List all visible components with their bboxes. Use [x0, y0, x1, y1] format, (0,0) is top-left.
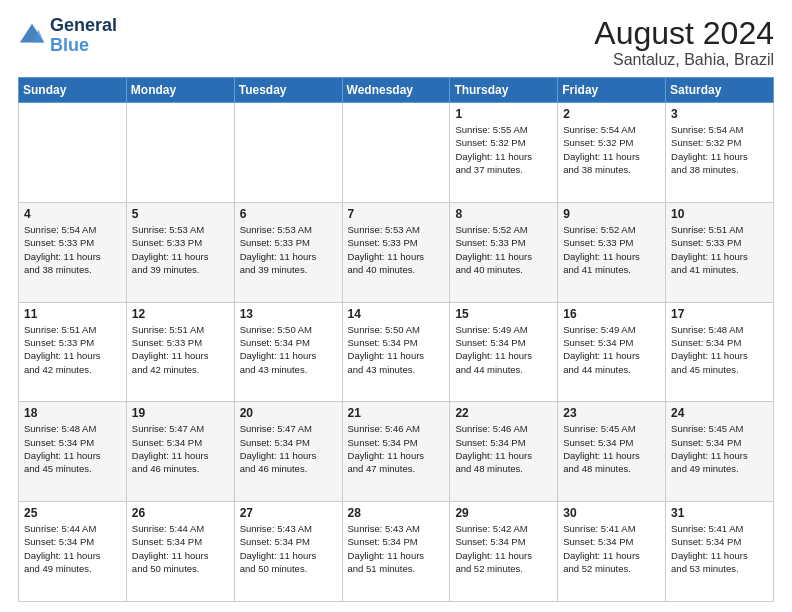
day-info: Sunrise: 5:46 AM Sunset: 5:34 PM Dayligh…	[455, 422, 552, 475]
subtitle: Santaluz, Bahia, Brazil	[594, 51, 774, 69]
day-info: Sunrise: 5:55 AM Sunset: 5:32 PM Dayligh…	[455, 123, 552, 176]
day-number: 16	[563, 307, 660, 321]
day-number: 15	[455, 307, 552, 321]
day-info: Sunrise: 5:47 AM Sunset: 5:34 PM Dayligh…	[240, 422, 337, 475]
day-number: 30	[563, 506, 660, 520]
logo: General Blue	[18, 16, 117, 56]
day-number: 24	[671, 406, 768, 420]
main-title: August 2024	[594, 16, 774, 51]
logo-line2: Blue	[50, 36, 117, 56]
week-row-5: 25Sunrise: 5:44 AM Sunset: 5:34 PM Dayli…	[19, 502, 774, 602]
calendar-cell: 4Sunrise: 5:54 AM Sunset: 5:33 PM Daylig…	[19, 202, 127, 302]
calendar-cell: 5Sunrise: 5:53 AM Sunset: 5:33 PM Daylig…	[126, 202, 234, 302]
calendar-cell: 27Sunrise: 5:43 AM Sunset: 5:34 PM Dayli…	[234, 502, 342, 602]
day-info: Sunrise: 5:45 AM Sunset: 5:34 PM Dayligh…	[671, 422, 768, 475]
day-number: 17	[671, 307, 768, 321]
calendar-cell: 29Sunrise: 5:42 AM Sunset: 5:34 PM Dayli…	[450, 502, 558, 602]
day-info: Sunrise: 5:51 AM Sunset: 5:33 PM Dayligh…	[671, 223, 768, 276]
calendar-cell: 8Sunrise: 5:52 AM Sunset: 5:33 PM Daylig…	[450, 202, 558, 302]
calendar-cell: 26Sunrise: 5:44 AM Sunset: 5:34 PM Dayli…	[126, 502, 234, 602]
calendar-cell: 3Sunrise: 5:54 AM Sunset: 5:32 PM Daylig…	[666, 103, 774, 203]
day-number: 5	[132, 207, 229, 221]
page: General Blue August 2024 Santaluz, Bahia…	[0, 0, 792, 612]
weekday-header-row: SundayMondayTuesdayWednesdayThursdayFrid…	[19, 78, 774, 103]
week-row-3: 11Sunrise: 5:51 AM Sunset: 5:33 PM Dayli…	[19, 302, 774, 402]
day-number: 7	[348, 207, 445, 221]
calendar-cell: 2Sunrise: 5:54 AM Sunset: 5:32 PM Daylig…	[558, 103, 666, 203]
day-info: Sunrise: 5:48 AM Sunset: 5:34 PM Dayligh…	[671, 323, 768, 376]
day-info: Sunrise: 5:51 AM Sunset: 5:33 PM Dayligh…	[24, 323, 121, 376]
calendar-cell	[234, 103, 342, 203]
day-info: Sunrise: 5:50 AM Sunset: 5:34 PM Dayligh…	[240, 323, 337, 376]
calendar-cell: 17Sunrise: 5:48 AM Sunset: 5:34 PM Dayli…	[666, 302, 774, 402]
calendar-cell: 28Sunrise: 5:43 AM Sunset: 5:34 PM Dayli…	[342, 502, 450, 602]
day-info: Sunrise: 5:54 AM Sunset: 5:32 PM Dayligh…	[563, 123, 660, 176]
header: General Blue August 2024 Santaluz, Bahia…	[18, 16, 774, 69]
day-number: 8	[455, 207, 552, 221]
week-row-1: 1Sunrise: 5:55 AM Sunset: 5:32 PM Daylig…	[19, 103, 774, 203]
logo-text: General Blue	[50, 16, 117, 56]
weekday-header-friday: Friday	[558, 78, 666, 103]
calendar-cell	[19, 103, 127, 203]
day-info: Sunrise: 5:46 AM Sunset: 5:34 PM Dayligh…	[348, 422, 445, 475]
day-info: Sunrise: 5:52 AM Sunset: 5:33 PM Dayligh…	[455, 223, 552, 276]
logo-line1: General	[50, 16, 117, 36]
day-number: 6	[240, 207, 337, 221]
day-info: Sunrise: 5:45 AM Sunset: 5:34 PM Dayligh…	[563, 422, 660, 475]
calendar-cell: 12Sunrise: 5:51 AM Sunset: 5:33 PM Dayli…	[126, 302, 234, 402]
day-info: Sunrise: 5:43 AM Sunset: 5:34 PM Dayligh…	[348, 522, 445, 575]
day-info: Sunrise: 5:42 AM Sunset: 5:34 PM Dayligh…	[455, 522, 552, 575]
calendar-cell	[126, 103, 234, 203]
day-number: 29	[455, 506, 552, 520]
day-number: 13	[240, 307, 337, 321]
calendar-cell: 14Sunrise: 5:50 AM Sunset: 5:34 PM Dayli…	[342, 302, 450, 402]
calendar-cell: 20Sunrise: 5:47 AM Sunset: 5:34 PM Dayli…	[234, 402, 342, 502]
calendar-cell: 21Sunrise: 5:46 AM Sunset: 5:34 PM Dayli…	[342, 402, 450, 502]
day-number: 14	[348, 307, 445, 321]
week-row-4: 18Sunrise: 5:48 AM Sunset: 5:34 PM Dayli…	[19, 402, 774, 502]
day-number: 26	[132, 506, 229, 520]
day-number: 12	[132, 307, 229, 321]
day-info: Sunrise: 5:53 AM Sunset: 5:33 PM Dayligh…	[240, 223, 337, 276]
calendar-cell: 22Sunrise: 5:46 AM Sunset: 5:34 PM Dayli…	[450, 402, 558, 502]
day-number: 31	[671, 506, 768, 520]
calendar-cell: 6Sunrise: 5:53 AM Sunset: 5:33 PM Daylig…	[234, 202, 342, 302]
day-info: Sunrise: 5:51 AM Sunset: 5:33 PM Dayligh…	[132, 323, 229, 376]
calendar-cell: 1Sunrise: 5:55 AM Sunset: 5:32 PM Daylig…	[450, 103, 558, 203]
day-number: 19	[132, 406, 229, 420]
day-number: 4	[24, 207, 121, 221]
weekday-header-wednesday: Wednesday	[342, 78, 450, 103]
calendar-cell	[342, 103, 450, 203]
day-info: Sunrise: 5:44 AM Sunset: 5:34 PM Dayligh…	[132, 522, 229, 575]
weekday-header-thursday: Thursday	[450, 78, 558, 103]
day-info: Sunrise: 5:54 AM Sunset: 5:33 PM Dayligh…	[24, 223, 121, 276]
day-info: Sunrise: 5:49 AM Sunset: 5:34 PM Dayligh…	[455, 323, 552, 376]
day-info: Sunrise: 5:52 AM Sunset: 5:33 PM Dayligh…	[563, 223, 660, 276]
calendar: SundayMondayTuesdayWednesdayThursdayFrid…	[18, 77, 774, 602]
calendar-cell: 30Sunrise: 5:41 AM Sunset: 5:34 PM Dayli…	[558, 502, 666, 602]
calendar-cell: 25Sunrise: 5:44 AM Sunset: 5:34 PM Dayli…	[19, 502, 127, 602]
day-number: 20	[240, 406, 337, 420]
day-info: Sunrise: 5:41 AM Sunset: 5:34 PM Dayligh…	[563, 522, 660, 575]
day-number: 28	[348, 506, 445, 520]
calendar-cell: 24Sunrise: 5:45 AM Sunset: 5:34 PM Dayli…	[666, 402, 774, 502]
day-info: Sunrise: 5:53 AM Sunset: 5:33 PM Dayligh…	[348, 223, 445, 276]
calendar-cell: 10Sunrise: 5:51 AM Sunset: 5:33 PM Dayli…	[666, 202, 774, 302]
day-number: 25	[24, 506, 121, 520]
day-info: Sunrise: 5:53 AM Sunset: 5:33 PM Dayligh…	[132, 223, 229, 276]
calendar-cell: 13Sunrise: 5:50 AM Sunset: 5:34 PM Dayli…	[234, 302, 342, 402]
calendar-cell: 23Sunrise: 5:45 AM Sunset: 5:34 PM Dayli…	[558, 402, 666, 502]
day-number: 11	[24, 307, 121, 321]
calendar-cell: 19Sunrise: 5:47 AM Sunset: 5:34 PM Dayli…	[126, 402, 234, 502]
day-number: 21	[348, 406, 445, 420]
day-number: 2	[563, 107, 660, 121]
week-row-2: 4Sunrise: 5:54 AM Sunset: 5:33 PM Daylig…	[19, 202, 774, 302]
weekday-header-tuesday: Tuesday	[234, 78, 342, 103]
day-number: 23	[563, 406, 660, 420]
day-info: Sunrise: 5:54 AM Sunset: 5:32 PM Dayligh…	[671, 123, 768, 176]
calendar-cell: 31Sunrise: 5:41 AM Sunset: 5:34 PM Dayli…	[666, 502, 774, 602]
day-number: 22	[455, 406, 552, 420]
day-number: 1	[455, 107, 552, 121]
calendar-cell: 9Sunrise: 5:52 AM Sunset: 5:33 PM Daylig…	[558, 202, 666, 302]
day-number: 9	[563, 207, 660, 221]
